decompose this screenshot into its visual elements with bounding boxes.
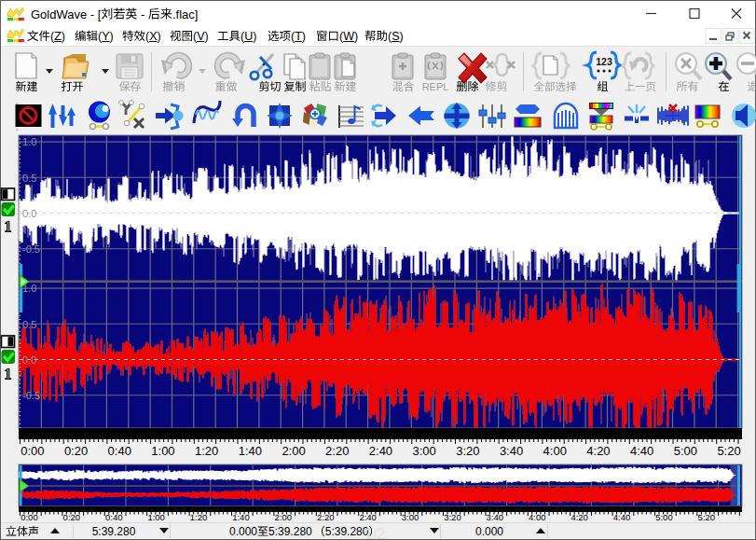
svg-text:5:20: 5:20 bbox=[717, 444, 740, 458]
svg-text:2:20: 2:20 bbox=[325, 444, 349, 458]
svg-text:1:00: 1:00 bbox=[147, 512, 165, 522]
svg-text:2:00: 2:00 bbox=[275, 512, 293, 522]
svg-text:1:40: 1:40 bbox=[239, 444, 262, 458]
svg-text:(U): (U) bbox=[241, 30, 256, 43]
svg-text:(Y): (Y) bbox=[98, 30, 114, 43]
svg-text:0:00: 0:00 bbox=[21, 444, 44, 458]
svg-text:(S): (S) bbox=[388, 30, 404, 43]
svg-text:(W): (W) bbox=[339, 30, 358, 43]
svg-text:4:00: 4:00 bbox=[543, 444, 567, 458]
svg-text:3:40: 3:40 bbox=[500, 444, 523, 458]
svg-text:2:40: 2:40 bbox=[369, 444, 392, 458]
svg-text:5:39.280: 5:39.280 bbox=[268, 525, 312, 538]
svg-text:5:00: 5:00 bbox=[655, 512, 673, 522]
svg-text:4:40: 4:40 bbox=[630, 444, 653, 458]
svg-text:4:00: 4:00 bbox=[529, 512, 546, 522]
svg-text:2:00: 2:00 bbox=[282, 444, 305, 458]
svg-text:1/2: 1/2 bbox=[364, 526, 385, 540]
svg-text:3:20: 3:20 bbox=[444, 512, 461, 522]
svg-text:(V): (V) bbox=[193, 30, 209, 43]
svg-text:4:20: 4:20 bbox=[586, 444, 610, 458]
svg-text:4:20: 4:20 bbox=[570, 512, 588, 522]
svg-text:5:39.280: 5:39.280 bbox=[92, 525, 136, 538]
svg-text:-0.5: -0.5 bbox=[22, 243, 40, 255]
svg-text:3:40: 3:40 bbox=[487, 512, 504, 522]
svg-text:0:20: 0:20 bbox=[63, 512, 81, 522]
svg-text:3:00: 3:00 bbox=[402, 512, 419, 522]
svg-text:1:20: 1:20 bbox=[195, 444, 218, 458]
svg-text:0.000: 0.000 bbox=[475, 525, 503, 538]
svg-text:-0.5: -0.5 bbox=[22, 390, 40, 401]
svg-text:1:00: 1:00 bbox=[151, 444, 174, 458]
svg-text:0.000: 0.000 bbox=[229, 525, 257, 538]
svg-text:0.0: 0.0 bbox=[22, 354, 36, 366]
svg-text:5:00: 5:00 bbox=[674, 444, 697, 458]
svg-text:2:40: 2:40 bbox=[359, 512, 377, 522]
svg-text:0:00: 0:00 bbox=[21, 512, 38, 522]
svg-text:4:40: 4:40 bbox=[613, 512, 631, 522]
svg-text:0:40: 0:40 bbox=[105, 512, 123, 522]
svg-text:.flac]: .flac] bbox=[172, 7, 198, 21]
svg-text:3:20: 3:20 bbox=[456, 444, 479, 458]
svg-text:(Z): (Z) bbox=[50, 30, 65, 43]
svg-text:0.5: 0.5 bbox=[22, 173, 36, 184]
svg-text:0:20: 0:20 bbox=[64, 444, 88, 458]
svg-text:0.5: 0.5 bbox=[22, 319, 36, 330]
svg-text:(T): (T) bbox=[291, 30, 306, 43]
svg-text:2:20: 2:20 bbox=[317, 512, 335, 522]
svg-text:123: 123 bbox=[596, 56, 612, 67]
svg-text:1.0: 1.0 bbox=[22, 136, 36, 147]
svg-text:REPL: REPL bbox=[422, 81, 449, 92]
svg-text:3:00: 3:00 bbox=[413, 444, 436, 458]
svg-text:1:20: 1:20 bbox=[190, 512, 208, 522]
svg-text:5:39.280: 5:39.280 bbox=[325, 525, 369, 538]
svg-text:GoldWave - [: GoldWave - [ bbox=[31, 7, 102, 21]
svg-text:(X): (X) bbox=[145, 30, 161, 43]
svg-text:1:40: 1:40 bbox=[232, 512, 250, 522]
svg-text:0.0: 0.0 bbox=[22, 208, 36, 219]
svg-text:0:40: 0:40 bbox=[108, 444, 131, 458]
svg-text:5:20: 5:20 bbox=[698, 512, 716, 522]
svg-text:-: - bbox=[137, 7, 148, 21]
